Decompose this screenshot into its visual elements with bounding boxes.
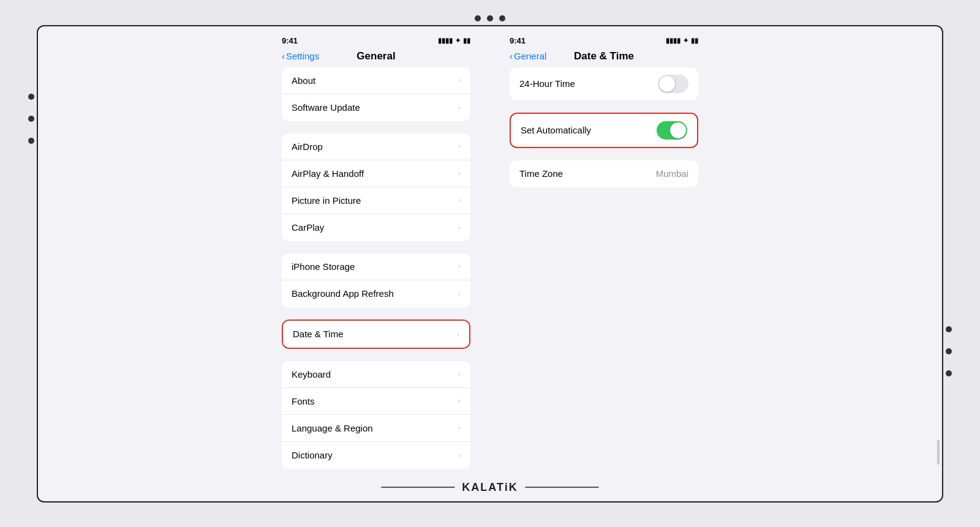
nav-title-left: General: [356, 50, 395, 62]
status-time-left: 9:41: [282, 36, 298, 45]
right-dot-2: [946, 348, 952, 354]
dt-row-set-auto: Set Automatically: [511, 114, 697, 147]
row-right-background-refresh: ›: [458, 290, 461, 298]
signal-icon-left: ▮▮▮▮: [438, 37, 453, 45]
settings-row-keyboard[interactable]: Keyboard ›: [282, 361, 470, 388]
top-dot-1: [475, 15, 481, 21]
watermark: KALATiK: [381, 481, 598, 494]
toggle-24hour[interactable]: [658, 75, 688, 93]
top-dot-3: [499, 15, 505, 21]
row-label-dictionary: Dictionary: [292, 450, 333, 460]
dt-row-24hour: 24-Hour Time: [510, 67, 698, 100]
wifi-icon-left: ✦: [455, 37, 461, 45]
chevron-picture-in-picture: ›: [458, 196, 461, 204]
battery-icon-right: ▮▮: [691, 37, 698, 45]
toggle-thumb-24hour: [659, 76, 675, 92]
dt-group-24hour: 24-Hour Time: [510, 67, 698, 100]
dt-group-timezone: Time Zone Mumbai: [510, 160, 698, 187]
nav-back-left[interactable]: ‹ Settings: [282, 51, 319, 61]
settings-row-picture-in-picture[interactable]: Picture in Picture ›: [282, 187, 470, 214]
nav-title-right: Date & Time: [574, 50, 634, 62]
row-right-airdrop: ›: [458, 142, 461, 151]
back-chevron-left: ‹: [282, 51, 285, 61]
settings-row-airdrop[interactable]: AirDrop ›: [282, 133, 470, 160]
back-chevron-right: ‹: [510, 51, 513, 61]
dt-label-set-auto: Set Automatically: [521, 125, 591, 135]
row-label-airdrop: AirDrop: [292, 141, 323, 152]
row-label-software-update: Software Update: [292, 102, 360, 113]
dt-group-set-auto: Set Automatically: [510, 113, 698, 148]
nav-back-right[interactable]: ‹ General: [510, 51, 546, 61]
settings-row-dictionary[interactable]: Dictionary ›: [282, 442, 470, 469]
chevron-fonts: ›: [458, 397, 461, 405]
status-time-right: 9:41: [510, 36, 526, 45]
settings-row-airplay-handoff[interactable]: AirPlay & Handoff ›: [282, 160, 470, 187]
top-dots: [475, 15, 505, 21]
left-dot-3: [28, 138, 34, 144]
dt-label-24hour: 24-Hour Time: [519, 78, 575, 89]
row-label-iphone-storage: iPhone Storage: [292, 261, 355, 272]
status-bar-right: 9:41 ▮▮▮▮ ✦ ▮▮: [500, 34, 708, 48]
back-label-left[interactable]: Settings: [286, 51, 319, 61]
watermark-text: KALATiK: [454, 481, 525, 494]
row-right-fonts: ›: [458, 397, 461, 405]
status-icons-left: ▮▮▮▮ ✦ ▮▮: [438, 37, 470, 45]
top-dot-2: [487, 15, 493, 21]
wifi-icon-right: ✦: [683, 37, 688, 45]
back-label-right[interactable]: General: [514, 51, 546, 61]
chevron-carplay: ›: [458, 223, 461, 232]
settings-group-2: AirDrop › AirPlay & Handoff › Picture in…: [282, 133, 470, 241]
row-right-language-region: ›: [458, 424, 461, 432]
datetime-settings-panel: 9:41 ▮▮▮▮ ✦ ▮▮ ‹ General Date & Time 24-…: [500, 26, 708, 501]
general-settings-panel: 9:41 ▮▮▮▮ ✦ ▮▮ ‹ Settings General: [272, 26, 480, 501]
scroll-indicator-right: [937, 440, 940, 465]
left-dot-1: [28, 94, 34, 100]
row-label-language-region: Language & Region: [292, 423, 373, 433]
row-right-airplay-handoff: ›: [458, 169, 461, 178]
nav-bar-right: ‹ General Date & Time: [500, 48, 708, 67]
nav-bar-left: ‹ Settings General: [272, 48, 480, 67]
chevron-iphone-storage: ›: [458, 262, 461, 271]
row-right-date-time: ›: [457, 330, 459, 338]
settings-row-background-refresh[interactable]: Background App Refresh ›: [282, 280, 470, 307]
row-label-background-refresh: Background App Refresh: [292, 288, 394, 299]
row-label-date-time: Date & Time: [293, 329, 344, 339]
side-dots-right: [946, 326, 952, 376]
settings-row-fonts[interactable]: Fonts ›: [282, 388, 470, 415]
status-bar-left: 9:41 ▮▮▮▮ ✦ ▮▮: [272, 34, 480, 48]
content-area: 9:41 ▮▮▮▮ ✦ ▮▮ ‹ Settings General: [38, 26, 942, 501]
right-dot-3: [946, 370, 952, 376]
row-label-airplay-handoff: AirPlay & Handoff: [292, 168, 364, 179]
watermark-line-right: [526, 487, 599, 488]
signal-icon-right: ▮▮▮▮: [666, 37, 680, 45]
row-right-iphone-storage: ›: [458, 262, 461, 271]
side-dots-left: [28, 94, 34, 144]
dt-row-timezone[interactable]: Time Zone Mumbai: [510, 160, 698, 187]
chevron-language-region: ›: [458, 424, 461, 432]
chevron-software-update: ›: [458, 103, 461, 112]
settings-group-date-time: Date & Time ›: [282, 320, 470, 349]
settings-row-iphone-storage[interactable]: iPhone Storage ›: [282, 253, 470, 280]
row-label-about: About: [292, 75, 315, 86]
settings-row-language-region[interactable]: Language & Region ›: [282, 415, 470, 442]
settings-group-1: About › Software Update ›: [282, 67, 470, 121]
row-label-picture-in-picture: Picture in Picture: [292, 195, 361, 206]
dt-label-timezone: Time Zone: [519, 168, 563, 179]
toggle-thumb-set-auto: [670, 122, 686, 138]
dt-value-timezone: Mumbai: [656, 168, 688, 179]
watermark-line-left: [381, 487, 454, 488]
settings-row-date-time[interactable]: Date & Time ›: [283, 321, 469, 348]
chevron-about: ›: [458, 76, 461, 84]
settings-row-about[interactable]: About ›: [282, 67, 470, 94]
settings-group-5: Keyboard › Fonts › Language & Region: [282, 361, 470, 469]
row-label-keyboard: Keyboard: [292, 369, 331, 379]
settings-row-software-update[interactable]: Software Update ›: [282, 94, 470, 121]
row-right-dictionary: ›: [458, 451, 461, 460]
settings-row-carplay[interactable]: CarPlay ›: [282, 214, 470, 241]
row-right-keyboard: ›: [458, 370, 461, 378]
chevron-dictionary: ›: [458, 451, 461, 460]
chevron-airplay-handoff: ›: [458, 169, 461, 178]
toggle-set-auto[interactable]: [657, 121, 687, 140]
outer-frame: 9:41 ▮▮▮▮ ✦ ▮▮ ‹ Settings General: [37, 25, 943, 503]
chevron-keyboard: ›: [458, 370, 461, 378]
